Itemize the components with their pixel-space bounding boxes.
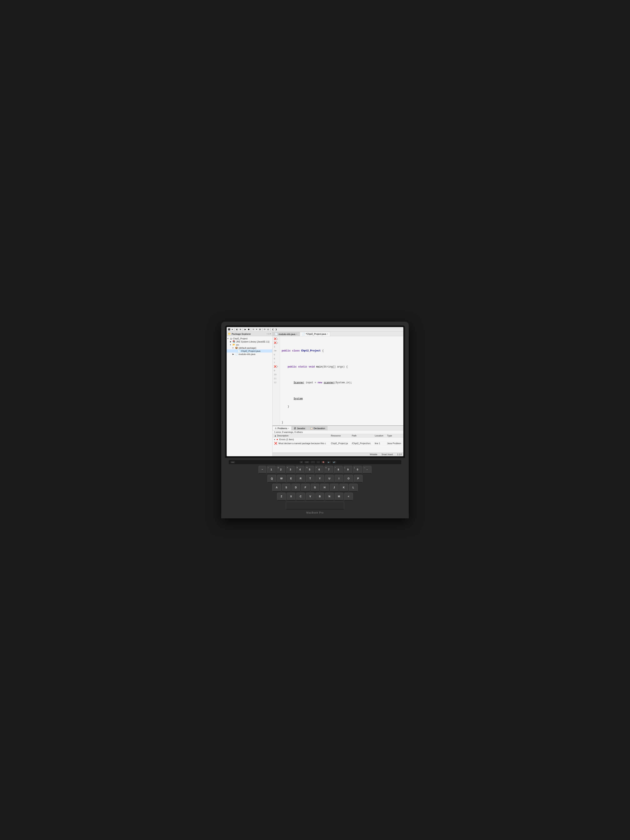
key-space[interactable] [286, 502, 344, 510]
key-v[interactable]: V [306, 493, 314, 501]
col-type: Type [385, 434, 403, 437]
key-3[interactable]: #3 [286, 466, 295, 474]
tab-problems[interactable]: ⚠ Problems × [273, 426, 292, 430]
tree-item-src[interactable]: ▾ 📂 src [227, 343, 272, 346]
panel-minimize-icon[interactable]: − [267, 333, 268, 335]
key-u[interactable]: U [325, 475, 334, 483]
key-4[interactable]: $4 [295, 466, 305, 474]
key-e[interactable]: E [287, 475, 295, 483]
line-num-5: 5 [274, 353, 278, 357]
key-l[interactable]: L [349, 484, 358, 492]
problem-row-1[interactable]: ❌ Must declare a named package because t… [273, 442, 403, 445]
key-1[interactable]: !1 [267, 466, 276, 474]
touchbar-media-1[interactable]: ⁻⁻⁻ [311, 461, 315, 463]
key-q[interactable]: Q [267, 475, 276, 483]
tree-item-project[interactable]: ▾ 🗂 Chpt2_Project [227, 337, 272, 340]
key-t[interactable]: T [306, 475, 314, 483]
tab-module-info-close[interactable]: × [296, 333, 297, 335]
key-8[interactable]: *8 [334, 466, 343, 474]
code-editor[interactable]: ❌ 1 ❌ 2 3 4● 5 6 7 ❌ 8 9 10 11 12 [273, 336, 403, 425]
code-line-2: public class Chpt2_Project { [282, 349, 402, 353]
key-less-than[interactable]: < [344, 493, 353, 501]
key-0[interactable]: )0 [353, 466, 362, 474]
key-k[interactable]: K [339, 484, 348, 492]
key-x[interactable]: X [287, 493, 295, 501]
key-f[interactable]: F [301, 484, 310, 492]
toolbar-icon-3[interactable]: ◐ [235, 328, 238, 331]
code-content[interactable]: public class Chpt2_Project { public stat… [280, 336, 403, 425]
key-r[interactable]: R [296, 475, 305, 483]
toolbar-icon-5[interactable]: ▶ [244, 328, 247, 331]
sort-arrow: ▲ [274, 434, 276, 437]
code-line-9: } [282, 405, 402, 409]
line-num-4: 4● [274, 349, 278, 353]
key-dash[interactable]: —- [363, 466, 371, 474]
key-row-asdf: A S D F G H J K L [229, 484, 401, 492]
toolbar-icon-4[interactable]: ⊕ [239, 328, 242, 331]
redo-icon[interactable]: ❯ [275, 328, 278, 331]
toolbar-icon-1[interactable]: ⬛ [227, 328, 231, 331]
tree-item-module-info[interactable]: ▶ 📄 module-info.java [227, 352, 272, 355]
key-d[interactable]: D [292, 484, 300, 492]
key-g[interactable]: G [311, 484, 319, 492]
bottom-panel: ⚠ Problems × @ Javadoc 📋 Declaration [273, 425, 403, 453]
toolbar-icon-2[interactable]: ● [231, 328, 234, 331]
toolbar-icon-11[interactable]: ◎ [267, 328, 270, 331]
toolbar-icon-8[interactable]: ✦ [255, 328, 258, 331]
key-i[interactable]: I [335, 475, 343, 483]
key-j[interactable]: J [330, 484, 338, 492]
key-o[interactable]: O [344, 475, 353, 483]
key-z[interactable]: Z [277, 493, 286, 501]
touchbar-esc[interactable]: esc [231, 461, 235, 463]
toolbar-icon-9[interactable]: ⊞ [259, 328, 262, 331]
default-package-label: (default package) [238, 347, 256, 349]
key-n[interactable]: N [325, 493, 334, 501]
touchbar-brightness-down[interactable]: ☀ [300, 461, 303, 463]
key-6[interactable]: ^6 [315, 466, 324, 474]
key-p[interactable]: P [354, 475, 363, 483]
toolbar-icon-7[interactable]: ⛭ [252, 328, 255, 331]
undo-icon[interactable]: ❮ [272, 328, 275, 331]
line-num-10: 10 [274, 373, 278, 377]
touchbar-mute[interactable]: 🔇 [321, 461, 325, 463]
key-w[interactable]: W [277, 475, 286, 483]
key-7[interactable]: &7 [324, 466, 333, 474]
key-tilde[interactable]: ~ [259, 466, 266, 474]
problem-desc-text: Must declare a named package because thi… [278, 442, 326, 445]
key-b[interactable]: B [316, 493, 324, 501]
touchbar-vol-down[interactable]: 🔉 [327, 461, 331, 463]
toolbar-icon-10[interactable]: ⟳ [263, 328, 266, 331]
key-5[interactable]: %5 [305, 466, 314, 474]
tab-module-info[interactable]: 📄 module-info.java × [273, 332, 300, 336]
col-resource: Resource [329, 434, 350, 437]
errors-group-row: ▾ ● Errors (1 item) [273, 437, 403, 442]
key-c[interactable]: C [296, 493, 305, 501]
tree-item-default-package[interactable]: ▾ 📦 (default package) [227, 346, 272, 349]
problems-tab-close[interactable]: × [288, 427, 289, 429]
panel-header-icons: − □ × [267, 333, 271, 335]
key-m[interactable]: M [335, 493, 343, 501]
key-s[interactable]: S [282, 484, 291, 492]
col-location: Location [373, 434, 385, 437]
key-h[interactable]: H [320, 484, 329, 492]
key-9[interactable]: (9 [344, 466, 352, 474]
touchbar-vol-up[interactable]: 🔊 [332, 461, 336, 463]
line-num-3: 3 [274, 345, 278, 349]
key-y[interactable]: Y [316, 475, 324, 483]
toolbar-icon-6[interactable]: ⏹ [247, 328, 250, 331]
tab-declaration[interactable]: 📋 Declaration [308, 426, 327, 430]
tab-javadoc[interactable]: @ Javadoc [292, 426, 308, 430]
tree-item-jre[interactable]: ▶ 📚 JRE System Library [JavaSE-11] [227, 340, 272, 343]
panel-maximize-icon[interactable]: □ [268, 333, 269, 335]
tree-item-chpt2-java[interactable]: 📄 Chpt2_Project.java [227, 349, 272, 352]
tab-chpt2-project[interactable]: 📄 *Chpt2_Project.java × [300, 332, 330, 336]
errors-expand-arrow[interactable]: ▾ [274, 439, 275, 441]
key-a[interactable]: A [272, 484, 281, 492]
touchbar-media-2[interactable]: ··· [316, 461, 320, 463]
key-2[interactable]: @2 [276, 466, 285, 474]
touchbar-brightness-up[interactable]: ☀☀ [305, 461, 309, 463]
panel-close-icon[interactable]: × [270, 333, 271, 335]
key-row-numbers: ~ !1 @2 #3 $4 %5 ^6 &7 *8 (9 )0 —- [229, 466, 401, 474]
tab-chpt2-close[interactable]: × [327, 333, 328, 335]
toolbar-sep-2 [243, 328, 243, 331]
